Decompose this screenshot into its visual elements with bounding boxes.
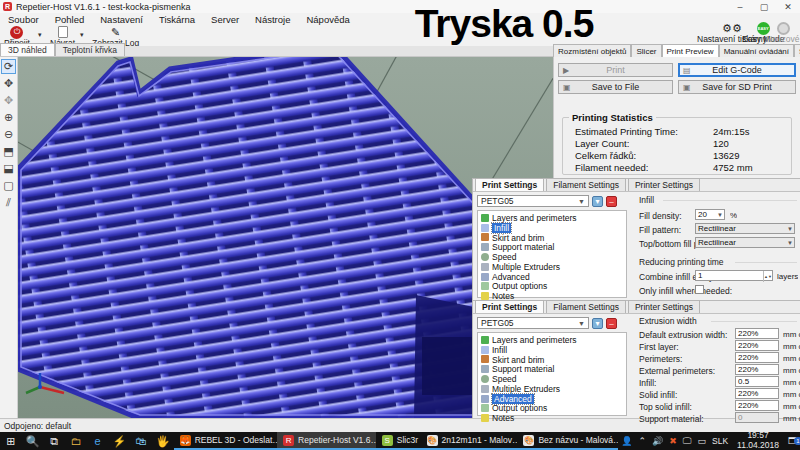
tree-item-layers[interactable]: Layers and perimeters — [481, 213, 626, 223]
tree-item-advanced[interactable]: Advanced — [481, 272, 626, 282]
tree-item-support[interactable]: Support material — [481, 364, 626, 374]
save-profile-icon[interactable]: ▾ — [592, 196, 603, 207]
tree-item-advanced[interactable]: Advanced — [481, 394, 626, 404]
tree-item-infill[interactable]: Infill — [481, 345, 626, 355]
zoom-in-icon[interactable]: ⊕ — [1, 110, 16, 125]
connect-dropdown-caret[interactable]: ▾ — [38, 31, 42, 39]
hidden-icons-chevron[interactable]: ⌃ — [635, 436, 649, 446]
profile-select[interactable]: PETG05▼ — [477, 195, 589, 207]
top-view-icon[interactable]: ▢ — [1, 178, 16, 193]
tree-item-output[interactable]: Output options — [481, 404, 626, 414]
tree-item-notes[interactable]: Notes — [481, 413, 626, 423]
tree-item-speed[interactable]: Speed — [481, 252, 626, 262]
chevron-down-icon: ▼ — [578, 198, 585, 205]
edge-browser-icon[interactable]: e — [87, 432, 109, 450]
extrusion-row-input[interactable]: 220% — [735, 400, 779, 411]
extrusion-row-input[interactable]: 220% — [735, 352, 779, 363]
task-view-icon[interactable]: ⧉ — [43, 432, 65, 450]
maximize-button[interactable]: ▢ — [752, 0, 776, 13]
tree-item-output[interactable]: Output options — [481, 282, 626, 292]
start-button[interactable]: ⊞ — [0, 432, 22, 450]
pan-view-icon[interactable]: ✥ — [1, 76, 16, 91]
tab-printer-settings[interactable]: Printer Settings — [628, 300, 700, 313]
menu-napoveda[interactable]: Nápověda — [298, 14, 357, 25]
save-icon: ▣ — [563, 83, 571, 92]
combine-infill-input[interactable]: 1▲▼ — [695, 270, 773, 281]
stat-value: 120 — [713, 138, 729, 149]
antivirus-icon[interactable]: ✖ — [666, 436, 680, 446]
file-explorer-icon[interactable]: 🗀 — [65, 432, 87, 450]
tab-temperature-curve[interactable]: Teplotní křivka — [55, 43, 125, 56]
zoom-out-icon[interactable]: ⊖ — [1, 127, 16, 142]
menu-tiskarna[interactable]: Tiskárna — [151, 14, 203, 25]
language-indicator[interactable]: SLK — [709, 436, 731, 446]
delete-profile-icon[interactable]: – — [606, 318, 617, 329]
tab-print-settings[interactable]: Print Settings — [475, 300, 544, 313]
clock[interactable]: 19:57 11.04.2018 — [731, 431, 785, 450]
save-profile-icon[interactable]: ▾ — [592, 318, 603, 329]
spinner-icon[interactable]: ▲▼ — [763, 271, 772, 282]
tab-filament-settings[interactable]: Filament Settings — [546, 178, 626, 191]
top-pattern-select[interactable]: Rectilinear▼ — [695, 237, 795, 248]
tab-print-settings[interactable]: Print Settings — [475, 178, 544, 191]
search-icon[interactable]: 🔍 — [22, 432, 44, 450]
tab-slicer[interactable]: Slicer — [631, 44, 661, 57]
only-infill-checkbox[interactable] — [695, 285, 704, 294]
parallel-projection-icon[interactable]: ⫽ — [1, 195, 16, 210]
menu-nastroje[interactable]: Nástroje — [247, 14, 298, 25]
people-icon[interactable]: 👤 — [618, 436, 635, 446]
tree-item-extruders[interactable]: Multiple Extruders — [481, 384, 626, 394]
isometric-view-icon[interactable]: ⬒ — [1, 144, 16, 159]
battery-icon[interactable]: ▭ — [694, 436, 709, 446]
tab-printer-settings[interactable]: Printer Settings — [628, 178, 700, 191]
rotate-view-icon[interactable]: ⟳ — [1, 59, 16, 74]
tree-item-layers[interactable]: Layers and perimeters — [481, 335, 626, 345]
taskbar-window-repetier[interactable]: R Repetier-Host V1.6… — [277, 432, 376, 450]
tree-item-speed[interactable]: Speed — [481, 374, 626, 384]
extrusion-row-input[interactable]: 220% — [735, 364, 779, 375]
extrusion-row-input[interactable]: 220% — [735, 340, 779, 351]
profile-select[interactable]: PETG05▼ — [477, 317, 589, 329]
menu-soubor[interactable]: Soubor — [0, 14, 47, 25]
extrusion-row-input[interactable]: 0.5 — [735, 376, 779, 387]
volume-icon[interactable]: 🔊 — [649, 436, 666, 446]
tree-item-skirt[interactable]: Skirt and brim — [481, 355, 626, 365]
taskbar-window-slic3r[interactable]: S Slic3r — [376, 432, 421, 450]
menu-pohled[interactable]: Pohled — [47, 14, 93, 25]
action-center-icon[interactable]: 🗖 — [785, 436, 800, 446]
tab-sd-card[interactable]: SD karta — [794, 44, 800, 57]
taskbar-window-paint1[interactable]: 🎨 2n12m1n1 - Malov… — [421, 432, 518, 450]
lightning-app-icon[interactable]: ⚡ — [109, 432, 131, 450]
taskbar-window-firefox[interactable]: 🦊 REBEL 3D - Odeslat… — [174, 432, 277, 450]
close-button[interactable]: ✕ — [776, 0, 800, 13]
3d-app-icon[interactable]: 🖐 — [152, 432, 174, 450]
tree-item-infill[interactable]: Infill — [481, 223, 626, 233]
tab-print-preview[interactable]: Print Preview — [662, 44, 719, 58]
delete-profile-icon[interactable]: – — [606, 196, 617, 207]
fill-density-input[interactable]: 20▼ — [695, 209, 725, 220]
fill-pattern-select[interactable]: Rectilinear▼ — [695, 223, 795, 234]
edit-gcode-button[interactable]: ▤ Edit G-Code — [678, 63, 796, 77]
tab-3d-view[interactable]: 3D náhled — [0, 43, 55, 56]
store-icon[interactable]: 🛍 — [130, 432, 152, 450]
menu-nastaveni[interactable]: Nastavení — [92, 14, 151, 25]
tab-manual-control[interactable]: Manuální ovládání — [719, 44, 794, 57]
viewport-toolbar: ⟳ ✥ ✥ ⊕ ⊖ ⬒ ⬓ ▢ ⫽ — [0, 57, 18, 418]
front-view-icon[interactable]: ⬓ — [1, 161, 16, 176]
menu-server[interactable]: Server — [203, 14, 247, 25]
tree-item-skirt[interactable]: Skirt and brim — [481, 233, 626, 243]
display-icon[interactable]: 🖵 — [680, 436, 695, 447]
save-to-file-button[interactable]: ▣ Save to File — [558, 80, 673, 94]
print-button[interactable]: ▶ Print — [558, 63, 673, 77]
stat-value: 4752 mm — [713, 162, 753, 173]
extrusion-row-input[interactable]: 220% — [735, 388, 779, 399]
save-for-sd-button[interactable]: ▣ Save for SD Print — [678, 80, 796, 94]
tree-item-support[interactable]: Support material — [481, 242, 626, 252]
extrusion-row-input[interactable]: 220% — [735, 328, 779, 339]
tree-item-extruders[interactable]: Multiple Extruders — [481, 262, 626, 272]
move-object-icon[interactable]: ✥ — [1, 93, 16, 108]
tab-filament-settings[interactable]: Filament Settings — [546, 300, 626, 313]
load-dropdown-caret[interactable]: ▾ — [80, 31, 84, 39]
taskbar-window-paint2[interactable]: 🎨 Bez názvu - Malová… — [517, 432, 618, 450]
minimize-button[interactable]: – — [728, 0, 752, 13]
